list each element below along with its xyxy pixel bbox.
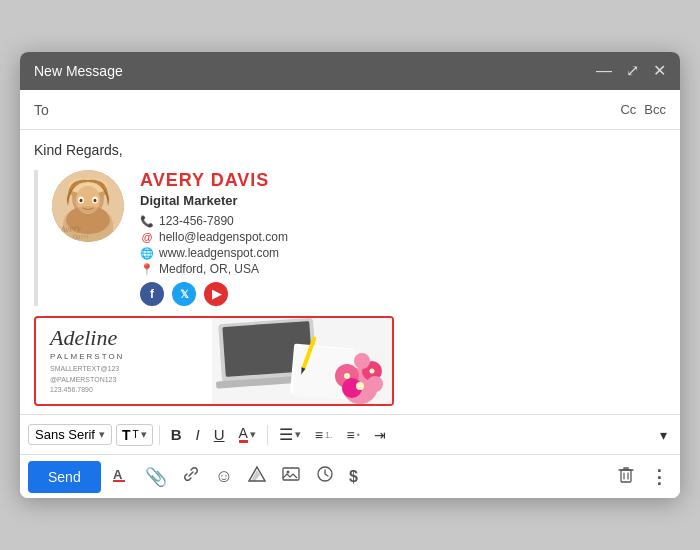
twitter-button[interactable]: 𝕏 (172, 282, 196, 306)
banner-script-name: Adeline (50, 326, 198, 350)
email-icon: @ (140, 230, 154, 244)
banner-left: Adeline PALMERSTON SMALLERTEXT@123 @PALM… (36, 318, 212, 404)
svg-point-9 (94, 199, 97, 203)
bold-button[interactable]: B (166, 423, 187, 446)
facebook-button[interactable]: f (140, 282, 164, 306)
body-area: Kind Regards, (20, 130, 680, 414)
sig-location: 📍 Medford, OR, USA (140, 262, 288, 276)
svg-point-23 (367, 376, 383, 392)
to-label: To (34, 102, 64, 118)
svg-point-24 (356, 382, 364, 390)
sig-phone: 📞 123-456-7890 (140, 214, 288, 228)
svg-text:A: A (113, 467, 123, 482)
svg-point-34 (287, 471, 290, 474)
regards-text: Kind Regards, (34, 142, 666, 158)
font-color-label: A (239, 426, 248, 443)
banner-right (212, 318, 392, 404)
sig-name: AVERY DAVIS (140, 170, 288, 191)
schedule-icon (315, 464, 335, 484)
font-family-selector[interactable]: Sans Serif ▾ (28, 424, 112, 445)
minimize-button[interactable]: — (596, 63, 612, 79)
toolbar-row1: Sans Serif ▾ T T ▾ B I U A ▾ ☰ ▾ ≡ 1. ≡ … (20, 414, 680, 454)
avatar-svg: Avery Davis (52, 170, 124, 242)
to-input[interactable] (64, 102, 620, 118)
more-formatting-button[interactable]: ▾ (655, 424, 672, 446)
align-button[interactable]: ☰ ▾ (274, 422, 306, 447)
dollar-button[interactable]: $ (345, 464, 362, 490)
divider2 (267, 425, 268, 445)
sig-content: Avery Davis AVERY DAVIS Digital Marketer… (52, 170, 288, 306)
close-button[interactable]: ✕ (653, 63, 666, 79)
align-chevron: ▾ (295, 428, 301, 441)
svg-text:Davis: Davis (71, 232, 89, 242)
svg-point-2 (66, 206, 110, 234)
compose-window: New Message — ⤢ ✕ To Cc Bcc Kind Regards… (20, 52, 680, 498)
photo-button[interactable] (277, 460, 305, 493)
attach-button[interactable]: 📎 (141, 462, 171, 492)
italic-button[interactable]: I (191, 423, 205, 446)
location-icon: 📍 (140, 262, 154, 276)
cc-bcc-group: Cc Bcc (620, 102, 666, 117)
schedule-button[interactable] (311, 460, 339, 493)
bullet-list-icon: ≡ (347, 427, 355, 443)
avatar-image: Avery Davis (52, 170, 124, 242)
align-icon: ☰ (279, 425, 293, 444)
cc-button[interactable]: Cc (620, 102, 636, 117)
svg-rect-36 (621, 470, 631, 482)
maximize-button[interactable]: ⤢ (626, 63, 639, 79)
delete-icon (616, 464, 636, 484)
banner-card: Adeline PALMERSTON SMALLERTEXT@123 @PALM… (34, 316, 394, 406)
sig-socials: f 𝕏 ▶ (140, 282, 288, 306)
to-row: To Cc Bcc (20, 90, 680, 130)
svg-point-8 (80, 199, 83, 203)
banner-small-text: SMALLERTEXT@123 @PALMERSTON123 123.456.7… (50, 364, 198, 396)
drive-icon (247, 464, 267, 484)
titlebar: New Message — ⤢ ✕ (20, 52, 680, 90)
bcc-button[interactable]: Bcc (644, 102, 666, 117)
sig-website: 🌐 www.leadgenspot.com (140, 246, 288, 260)
font-color-button[interactable]: A ▾ (234, 423, 261, 446)
drive-button[interactable] (243, 460, 271, 493)
svg-point-25 (344, 373, 350, 379)
font-size-chevron: ▾ (141, 428, 147, 441)
numbered-list-icon: ≡ (315, 427, 323, 443)
link-button[interactable] (177, 460, 205, 493)
bullet-list-button[interactable]: ≡ • (342, 424, 365, 446)
signature-card: Avery Davis AVERY DAVIS Digital Marketer… (34, 170, 666, 306)
photo-icon (281, 464, 301, 484)
phone-icon: 📞 (140, 214, 154, 228)
link-icon (181, 464, 201, 484)
sig-left-border (34, 170, 38, 306)
avatar: Avery Davis (52, 170, 124, 242)
font-size-icon: T (122, 427, 131, 443)
font-size-selector[interactable]: T T ▾ (116, 424, 153, 446)
sig-info: AVERY DAVIS Digital Marketer 📞 123-456-7… (140, 170, 288, 306)
send-button[interactable]: Send (28, 461, 101, 493)
youtube-button[interactable]: ▶ (204, 282, 228, 306)
svg-point-21 (354, 353, 370, 369)
indent-button[interactable]: ⇥ (369, 424, 391, 446)
delete-button[interactable] (612, 460, 640, 493)
toolbar-row2: Send A 📎 ☺ (20, 454, 680, 498)
svg-rect-30 (113, 480, 125, 482)
font-color-chevron: ▾ (250, 428, 256, 441)
banner-subtitle: PALMERSTON (50, 352, 198, 361)
more-formatting-icon: ▾ (660, 427, 667, 443)
emoji-button[interactable]: ☺ (211, 462, 237, 491)
font-size-icon-small: T (133, 429, 139, 440)
svg-point-26 (370, 369, 375, 374)
format-underline-icon: A (111, 464, 131, 484)
format-underline-button[interactable]: A (107, 460, 135, 493)
banner-image-svg (212, 318, 392, 404)
sig-job-title: Digital Marketer (140, 193, 288, 208)
window-title: New Message (34, 63, 123, 79)
indent-icon: ⇥ (374, 427, 386, 443)
underline-button[interactable]: U (209, 423, 230, 446)
divider1 (159, 425, 160, 445)
svg-text:Avery: Avery (59, 223, 81, 235)
window-controls: — ⤢ ✕ (596, 63, 666, 79)
web-icon: 🌐 (140, 246, 154, 260)
more-actions-button[interactable]: ⋮ (646, 462, 672, 492)
numbered-list-button[interactable]: ≡ 1. (310, 424, 338, 446)
sig-email: @ hello@leadgenspot.com (140, 230, 288, 244)
